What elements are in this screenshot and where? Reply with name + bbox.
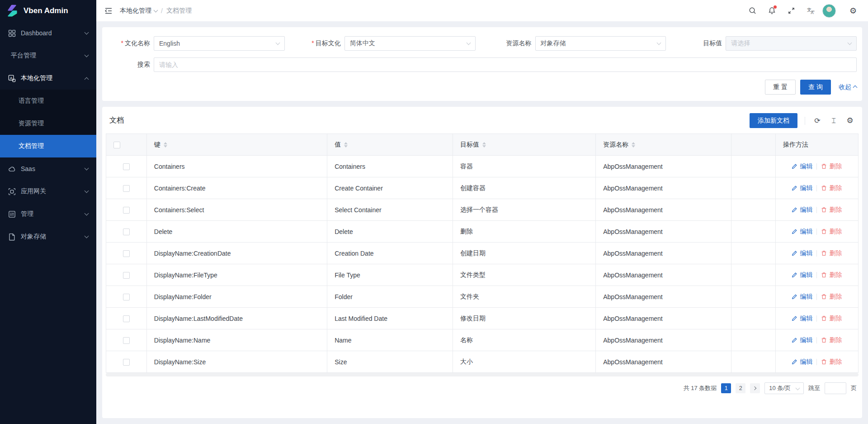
table-row[interactable]: Containers:Select Select Container 选择一个容… bbox=[106, 199, 859, 221]
column-settings-gear-icon[interactable]: ⚙ bbox=[845, 116, 855, 126]
delete-button[interactable]: 删除 bbox=[821, 358, 842, 366]
row-checkbox[interactable] bbox=[123, 250, 130, 257]
action-divider bbox=[816, 185, 817, 191]
reset-button[interactable]: 重 置 bbox=[765, 80, 796, 95]
delete-trash-icon bbox=[821, 359, 827, 365]
chevron-up-icon bbox=[85, 77, 89, 81]
edit-button[interactable]: 编辑 bbox=[792, 162, 812, 171]
notification-bell-icon[interactable] bbox=[764, 3, 779, 19]
page-button-1[interactable]: 1 bbox=[721, 383, 731, 393]
sort-icon[interactable] bbox=[344, 142, 348, 148]
row-checkbox[interactable] bbox=[123, 337, 130, 344]
sidebar-item-document-management[interactable]: 文档管理 bbox=[0, 135, 96, 157]
main-area: 本地化管理 / 文档管理 bbox=[96, 0, 868, 424]
sort-icon[interactable] bbox=[482, 142, 486, 148]
add-document-button[interactable]: 添加新文档 bbox=[750, 113, 797, 128]
refresh-icon[interactable]: ⟳ bbox=[812, 116, 822, 126]
localization-submenu: 语言管理 资源管理 文档管理 bbox=[0, 90, 96, 157]
edit-button[interactable]: 编辑 bbox=[792, 249, 812, 257]
svg-text:A: A bbox=[10, 76, 13, 80]
file-icon bbox=[8, 233, 16, 241]
query-button[interactable]: 查 询 bbox=[800, 80, 831, 95]
search-icon[interactable] bbox=[745, 3, 760, 19]
edit-button[interactable]: 编辑 bbox=[792, 336, 812, 344]
horizontal-scrollbar[interactable] bbox=[106, 373, 859, 376]
table-row[interactable]: Containers Containers 容器 AbpOssManagemen… bbox=[106, 156, 859, 177]
translate-icon[interactable]: 文 A bbox=[803, 3, 818, 19]
next-page-button[interactable] bbox=[750, 383, 760, 393]
sidebar-item-saas[interactable]: Saas bbox=[0, 157, 96, 180]
delete-button[interactable]: 删除 bbox=[821, 314, 842, 323]
cell-key: DisplayName:Name bbox=[146, 329, 327, 351]
edit-button[interactable]: 编辑 bbox=[792, 184, 812, 192]
delete-button[interactable]: 删除 bbox=[821, 249, 842, 257]
app-logo[interactable]: Vben Admin bbox=[0, 0, 96, 22]
sidebar-item-dashboard[interactable]: Dashboard bbox=[0, 22, 96, 44]
cell-key: DisplayName:Size bbox=[146, 351, 327, 373]
cell-target: 名称 bbox=[453, 329, 596, 351]
jump-page-input[interactable] bbox=[825, 382, 846, 394]
search-input[interactable] bbox=[154, 57, 857, 72]
breadcrumb-parent[interactable]: 本地化管理 bbox=[120, 7, 157, 15]
culture-name-select[interactable]: English bbox=[154, 36, 285, 51]
table-row[interactable]: DisplayName:Size Size 大小 AbpOssManagemen… bbox=[106, 351, 859, 373]
sort-icon[interactable] bbox=[632, 142, 635, 148]
edit-button[interactable]: 编辑 bbox=[792, 358, 812, 366]
table-row[interactable]: DisplayName:Name Name 名称 AbpOssManagemen… bbox=[106, 329, 859, 351]
edit-button[interactable]: 编辑 bbox=[792, 314, 812, 323]
delete-trash-icon bbox=[821, 272, 827, 278]
edit-button[interactable]: 编辑 bbox=[792, 271, 812, 279]
sidebar-item-gateway[interactable]: 应用网关 bbox=[0, 180, 96, 203]
sort-icon[interactable] bbox=[164, 142, 167, 148]
sidebar-item-object-storage[interactable]: 对象存储 bbox=[0, 225, 96, 248]
field-label: 目标文化 bbox=[316, 39, 341, 47]
target-value-select[interactable]: 请选择 bbox=[726, 36, 857, 51]
sidebar-item-platform[interactable]: 平台管理 bbox=[0, 44, 96, 67]
sidebar-item-admin[interactable]: 管理 bbox=[0, 203, 96, 225]
fullscreen-icon[interactable] bbox=[783, 3, 799, 19]
select-all-checkbox[interactable] bbox=[113, 142, 120, 148]
row-checkbox[interactable] bbox=[123, 272, 130, 279]
page-button-2[interactable]: 2 bbox=[736, 383, 745, 393]
delete-button[interactable]: 删除 bbox=[821, 336, 842, 344]
edit-button[interactable]: 编辑 bbox=[792, 293, 812, 301]
delete-button[interactable]: 删除 bbox=[821, 293, 842, 301]
cell-resource: AbpOssManagement bbox=[596, 243, 731, 264]
row-checkbox[interactable] bbox=[123, 207, 130, 214]
row-checkbox[interactable] bbox=[123, 229, 130, 235]
resource-name-select[interactable]: 对象存储 bbox=[535, 36, 666, 51]
table-row[interactable]: DisplayName:CreationDate Creation Date 创… bbox=[106, 243, 859, 264]
cell-target: 容器 bbox=[453, 156, 596, 177]
sidebar-fold-icon[interactable] bbox=[104, 6, 113, 16]
table-row[interactable]: DisplayName:LastModifiedDate Last Modifi… bbox=[106, 308, 859, 329]
sidebar-item-language-management[interactable]: 语言管理 bbox=[0, 90, 96, 112]
table-row[interactable]: Containers:Create Create Container 创建容器 … bbox=[106, 177, 859, 199]
edit-button[interactable]: 编辑 bbox=[792, 228, 812, 236]
table-row[interactable]: DisplayName:FileType File Type 文件类型 AbpO… bbox=[106, 264, 859, 286]
chevron-down-icon bbox=[796, 386, 800, 390]
user-avatar[interactable] bbox=[822, 4, 836, 18]
delete-button[interactable]: 删除 bbox=[821, 162, 842, 171]
row-checkbox[interactable] bbox=[123, 163, 130, 170]
row-checkbox[interactable] bbox=[123, 359, 130, 366]
settings-gear-icon[interactable]: ⚙ bbox=[845, 3, 861, 19]
sidebar-item-localization[interactable]: A 本地化管理 bbox=[0, 67, 96, 90]
column-header-actions: 操作方法 bbox=[783, 141, 808, 148]
delete-button[interactable]: 删除 bbox=[821, 271, 842, 279]
row-height-icon[interactable]: ⌶ bbox=[829, 116, 839, 126]
table-row[interactable]: Delete Delete 删除 AbpOssManagement 编辑 删除 bbox=[106, 221, 859, 243]
delete-button[interactable]: 删除 bbox=[821, 228, 842, 236]
row-checkbox[interactable] bbox=[123, 185, 130, 192]
delete-button[interactable]: 删除 bbox=[821, 206, 842, 214]
cell-blank bbox=[731, 243, 775, 264]
sidebar-item-resource-management[interactable]: 资源管理 bbox=[0, 112, 96, 135]
target-culture-select[interactable]: 简体中文 bbox=[344, 36, 476, 51]
collapse-link[interactable]: 收起 bbox=[839, 83, 857, 91]
cell-key: Containers:Select bbox=[146, 199, 327, 221]
table-row[interactable]: DisplayName:Folder Folder 文件夹 AbpOssMana… bbox=[106, 286, 859, 308]
row-checkbox[interactable] bbox=[123, 315, 130, 322]
page-size-select[interactable]: 10 条/页 bbox=[764, 382, 804, 394]
row-checkbox[interactable] bbox=[123, 294, 130, 300]
edit-button[interactable]: 编辑 bbox=[792, 206, 812, 214]
delete-button[interactable]: 删除 bbox=[821, 184, 842, 192]
